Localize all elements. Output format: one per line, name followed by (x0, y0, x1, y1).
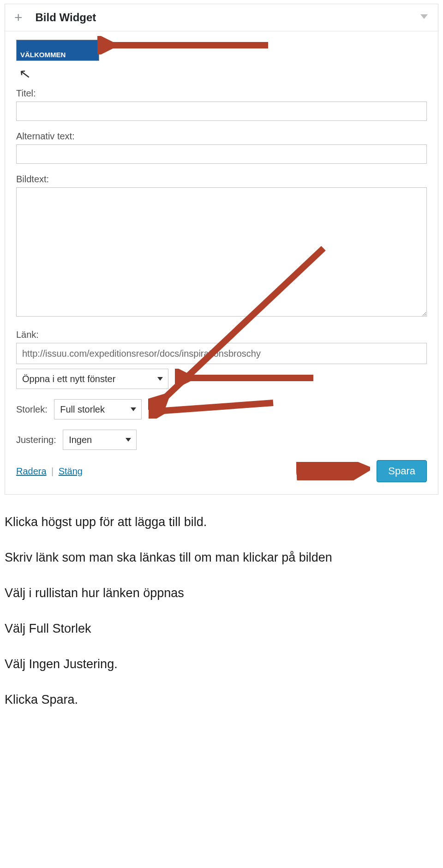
bildtext-textarea[interactable] (16, 187, 427, 317)
instruction-line: Klicka högst upp för att lägga till bild… (5, 514, 438, 530)
instruction-line: Skriv länk som man ska länkas till om ma… (5, 550, 438, 566)
titel-label: Titel: (16, 88, 427, 99)
bildtext-label: Bildtext: (16, 174, 427, 185)
image-thumbnail-text: VÄLKOMMEN (20, 51, 66, 59)
open-mode-select[interactable]: Öppna i ett nytt fönster (16, 369, 168, 389)
instruction-line: Klicka Spara. (5, 692, 438, 708)
instructions-block: Klicka högst upp för att lägga till bild… (0, 500, 443, 746)
image-thumbnail[interactable]: VÄLKOMMEN (16, 40, 99, 61)
plus-icon: + (14, 11, 23, 24)
lank-label: Länk: (16, 329, 427, 340)
alt-label: Alternativ text: (16, 131, 427, 142)
titel-input[interactable] (16, 102, 427, 121)
alt-input[interactable] (16, 144, 427, 164)
instruction-line: Välj Full Storlek (5, 621, 438, 637)
annotation-arrow-1 (97, 36, 273, 54)
cursor-icon: ↖ (18, 65, 32, 82)
stang-link[interactable]: Stäng (59, 466, 83, 476)
spara-button[interactable]: Spara (377, 460, 427, 482)
radera-link[interactable]: Radera (16, 466, 47, 476)
widget-title: Bild Widget (36, 11, 96, 24)
svg-line-4 (301, 469, 361, 474)
instruction-line: Välj Ingen Justering. (5, 656, 438, 672)
annotation-arrow-4 (149, 398, 278, 419)
svg-line-3 (158, 403, 273, 411)
storlek-select[interactable]: Full storlek (54, 399, 142, 419)
instruction-line: Välj i rullistan hur länken öppnas (5, 585, 438, 601)
justering-select[interactable]: Ingen (63, 430, 137, 450)
widget-header[interactable]: + Bild Widget (5, 4, 438, 31)
widget-panel: + Bild Widget VÄLKOMMEN ↖ (5, 4, 438, 495)
divider: | (51, 466, 54, 476)
storlek-label: Storlek: (16, 404, 48, 414)
lank-input[interactable] (16, 343, 427, 364)
annotation-arrow-3 (175, 369, 318, 387)
chevron-down-icon[interactable] (420, 14, 428, 19)
annotation-arrow-5 (296, 462, 370, 480)
justering-label: Justering: (16, 435, 56, 445)
